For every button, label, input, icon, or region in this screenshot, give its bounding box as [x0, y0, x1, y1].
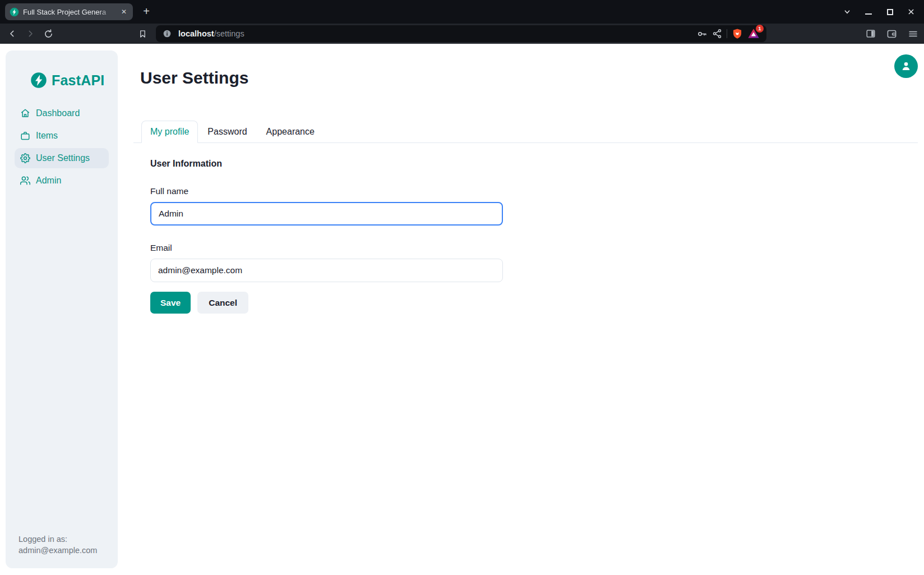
sidebar-item-label: User Settings — [36, 153, 90, 163]
sidebar-item-label: Dashboard — [36, 108, 80, 118]
email-input[interactable] — [150, 259, 503, 282]
logged-in-email: admin@example.com — [19, 545, 97, 556]
save-button[interactable]: Save — [150, 292, 191, 314]
page-title: User Settings — [140, 68, 248, 88]
section-title: User Information — [150, 159, 503, 169]
tab-password[interactable]: Password — [198, 121, 256, 142]
sidebar-item-admin[interactable]: Admin — [15, 171, 109, 191]
cancel-button[interactable]: Cancel — [197, 292, 248, 314]
gear-icon — [20, 153, 30, 163]
back-button[interactable] — [4, 26, 20, 42]
browser-titlebar: Full Stack Project Genera ✕ + — [0, 0, 924, 24]
wallet-icon[interactable] — [886, 29, 897, 39]
sidebar-item-label: Admin — [36, 176, 61, 186]
window-close-button[interactable] — [906, 7, 916, 17]
fastapi-logo: FastAPI — [30, 72, 104, 89]
home-icon — [20, 108, 30, 118]
app-page: FastAPI Dashboard Items — [0, 44, 924, 575]
brave-shield-icon[interactable] — [732, 28, 743, 39]
sidebar-item-label: Items — [36, 131, 58, 141]
url-path: /settings — [214, 29, 244, 38]
briefcase-icon — [20, 131, 30, 141]
tab-appearance[interactable]: Appearance — [257, 121, 324, 142]
tab-close-icon[interactable]: ✕ — [119, 7, 128, 16]
fastapi-logo-text: FastAPI — [52, 72, 104, 89]
sidebar-panel-icon[interactable] — [866, 29, 876, 39]
tab-title: Full Stack Project Genera — [23, 8, 116, 16]
browser-toolbar: localhost/settings — [0, 24, 924, 44]
sidebar-item-items[interactable]: Items — [15, 126, 109, 146]
sidebar-item-dashboard[interactable]: Dashboard — [15, 103, 109, 123]
browser-tab[interactable]: Full Stack Project Genera ✕ — [5, 3, 133, 20]
forward-button[interactable] — [22, 26, 38, 42]
url-host: localhost — [178, 29, 214, 38]
email-label: Email — [150, 243, 503, 253]
window-maximize-button[interactable] — [885, 7, 895, 17]
toolbar-divider — [727, 29, 727, 38]
settings-tabs: My profile Password Appearance — [133, 121, 918, 143]
sidebar-item-user-settings[interactable]: User Settings — [15, 148, 109, 168]
user-avatar-button[interactable] — [894, 54, 918, 78]
share-icon[interactable] — [712, 29, 722, 39]
brave-rewards-icon[interactable]: 1 — [747, 27, 760, 40]
sidebar-nav: Dashboard Items User Settings — [15, 103, 109, 191]
tab-favicon-icon — [10, 7, 19, 17]
browser-window: Full Stack Project Genera ✕ + — [0, 0, 924, 575]
app-sidebar: FastAPI Dashboard Items — [6, 50, 118, 568]
fastapi-logo-icon — [30, 72, 47, 89]
rewards-badge: 1 — [756, 25, 764, 33]
tab-my-profile[interactable]: My profile — [141, 121, 198, 143]
new-tab-button[interactable]: + — [139, 4, 154, 19]
full-name-label: Full name — [150, 186, 503, 196]
logged-in-label: Logged in as: — [19, 533, 97, 545]
menu-icon[interactable] — [908, 29, 918, 39]
bookmark-icon[interactable] — [135, 26, 150, 42]
users-icon — [20, 176, 30, 186]
logged-in-info: Logged in as: admin@example.com — [19, 533, 97, 556]
address-bar[interactable]: localhost/settings — [156, 25, 766, 42]
user-avatar-icon — [900, 60, 912, 72]
reload-button[interactable] — [40, 26, 56, 42]
user-information-form: User Information Full name Email Save Ca… — [150, 159, 503, 314]
password-key-icon[interactable] — [697, 29, 708, 39]
full-name-input[interactable] — [150, 202, 503, 226]
window-minimize-button[interactable] — [863, 7, 874, 17]
url-text: localhost/settings — [178, 29, 244, 38]
tab-search-chevron-icon[interactable] — [842, 7, 852, 17]
site-info-icon[interactable] — [163, 29, 172, 38]
